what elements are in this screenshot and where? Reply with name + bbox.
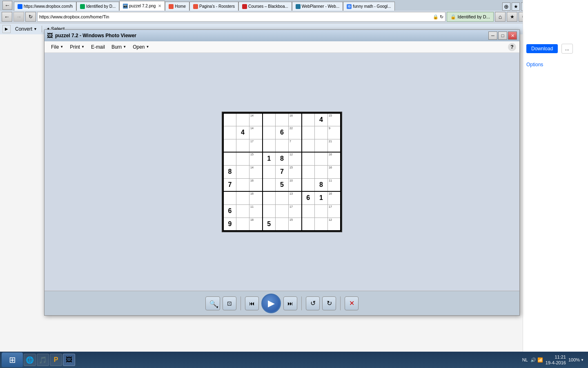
homepage-btn[interactable]: ⌂	[495, 12, 506, 22]
cage-number-r1c8: 9	[329, 127, 330, 130]
more-button[interactable]: ...	[561, 44, 573, 54]
taskbar-wmp[interactable]: 🎵	[37, 354, 49, 366]
cell-value-r3c4: 8	[280, 155, 284, 162]
pv-minimize-btn[interactable]: ─	[488, 31, 497, 40]
sudoku-cell-r4c8: 16	[328, 165, 341, 178]
tab-close-puzzel[interactable]: ✕	[158, 4, 161, 8]
sudoku-cell-r1c8: 9	[328, 126, 341, 139]
cell-value-r7c0: 6	[228, 207, 232, 214]
options-link[interactable]: Options	[526, 62, 585, 67]
sudoku-cell-r7c1	[236, 204, 249, 218]
back-button[interactable]: ←	[2, 1, 12, 10]
rotate-ccw-button[interactable]: ↺	[306, 296, 320, 310]
cell-value-r4c0: 8	[228, 168, 232, 175]
cage-number-r3c2: 15	[250, 153, 254, 156]
tab-puzzel[interactable]: 📷 puzzel 7.2.png ✕	[119, 1, 165, 11]
tab-roosters[interactable]: Pagina's - Roosters	[189, 2, 238, 11]
tab-label-home: Home	[175, 4, 186, 9]
cage-number-r8c8: 12	[329, 218, 332, 221]
tab-webplanner[interactable]: WebPlanner - Web...	[292, 2, 343, 11]
tray-lang: NL	[522, 357, 528, 362]
new-tab-button[interactable]: ⊕	[502, 2, 510, 11]
sudoku-cell-r0c7: 4	[315, 113, 328, 126]
open-label: Open	[133, 44, 145, 50]
address-text[interactable]: https://www.dropbox.com/home/Tin	[39, 14, 432, 19]
sudoku-cell-r4c2: 14	[249, 165, 263, 178]
sudoku-cell-r7c2: 11	[249, 204, 263, 218]
sudoku-cell-r6c2: 16	[249, 191, 263, 204]
back-btn[interactable]: ←	[2, 12, 12, 22]
tab-label-identified: Identified by D...	[86, 4, 116, 9]
prev-button[interactable]: ⏮	[245, 296, 259, 310]
tab-identified[interactable]: Identified by D...	[76, 2, 119, 11]
convert-button[interactable]: Convert ▼	[12, 25, 40, 33]
help-icon: ?	[510, 44, 513, 50]
separator-1	[241, 296, 241, 310]
pv-menu-open[interactable]: Open ▼	[129, 43, 152, 51]
sudoku-cell-r2c8: 21	[328, 139, 341, 152]
tab-label-puzzel: puzzel 7.2.png	[129, 4, 156, 8]
sudoku-cell-r0c8: 15	[328, 113, 341, 126]
taskbar-ppt[interactable]: P	[50, 354, 62, 366]
cage-number-r0c5: 16	[290, 114, 293, 117]
tab-dropbox[interactable]: https://www.dropbox.com/home/Tin	[14, 2, 76, 11]
forward-btn[interactable]: →	[13, 12, 24, 22]
tab-label-roosters: Pagina's - Roosters	[199, 4, 235, 9]
cage-number-r1c5: 22	[290, 127, 293, 130]
zoom-button[interactable]: 🔍 ▼	[205, 296, 220, 310]
sudoku-cell-r8c7	[315, 218, 328, 231]
sudoku-cell-r0c2: 14	[249, 113, 263, 126]
pv-menu-file[interactable]: File ▼	[48, 43, 67, 51]
bookmark-button[interactable]: ★	[512, 2, 520, 11]
sudoku-cell-r5c0: 7	[223, 178, 236, 191]
cell-value-r0c7: 4	[319, 116, 323, 123]
taskbar-photo[interactable]: 🖼	[63, 354, 75, 366]
sudoku-cell-r2c1	[236, 139, 249, 152]
pv-menu-email[interactable]: E-mail	[88, 43, 108, 51]
next-button[interactable]: ⏭	[283, 296, 297, 310]
actual-size-button[interactable]: ⊡	[223, 296, 236, 310]
pv-help-button[interactable]: ?	[508, 43, 516, 51]
tab-icon-roosters	[193, 4, 198, 9]
sudoku-cell-r6c0	[223, 191, 236, 204]
tab-blackboard[interactable]: Courses – Blackboa...	[238, 2, 292, 11]
cell-value-r8c3: 5	[267, 220, 271, 227]
pv-menu-print[interactable]: Print ▼	[67, 43, 88, 51]
sudoku-cell-r7c4	[276, 204, 289, 218]
file-label: File	[51, 44, 59, 50]
pv-title-text: puzzel 7.2 - Windows Photo Viewer	[55, 33, 136, 38]
start-button[interactable]: ⊞	[2, 352, 23, 367]
open-arrow: ▼	[146, 45, 149, 49]
pv-close-btn[interactable]: ✕	[508, 31, 517, 40]
sudoku-cell-r2c4	[276, 139, 289, 152]
print-arrow: ▼	[81, 45, 85, 49]
tab-label-wp: WebPlanner - Web...	[302, 4, 339, 9]
rotate-cw-button[interactable]: ↻	[322, 296, 336, 310]
cell-value-r6c6: 6	[306, 194, 310, 201]
tab-icon-identified	[80, 4, 85, 9]
sudoku-cell-r4c6	[302, 165, 315, 178]
taskbar-ie[interactable]: 🌐	[24, 354, 36, 366]
puzzle-image: 1416415414622917721151812168147151671651…	[222, 112, 342, 232]
download-button[interactable]: Download	[526, 44, 558, 53]
clock-date: 19-4-2016	[546, 360, 566, 366]
sudoku-cell-r1c1: 4	[236, 126, 249, 139]
burn-arrow: ▼	[123, 45, 126, 49]
security-badge[interactable]: 🔒 Identified by D...	[447, 12, 494, 22]
refresh-inline-icon[interactable]: ↻	[440, 14, 443, 20]
pv-maximize-btn[interactable]: □	[498, 31, 507, 40]
sudoku-cell-r2c2: 17	[249, 139, 263, 152]
tab-google[interactable]: G funny math - Googl...	[343, 2, 394, 11]
delete-button[interactable]: ✕	[345, 296, 359, 310]
sudoku-cell-r0c5: 16	[289, 113, 302, 126]
zoom-arrow: ▼	[581, 358, 584, 362]
tab-home[interactable]: Home	[165, 2, 189, 11]
play-button[interactable]: ▶	[261, 294, 281, 313]
sudoku-cell-r5c5: 10	[289, 178, 302, 191]
refresh-btn[interactable]: ↻	[25, 12, 36, 22]
pv-menu-burn[interactable]: Burn ▼	[108, 43, 129, 51]
star-btn[interactable]: ★	[507, 12, 517, 22]
sudoku-cell-r8c1	[236, 218, 249, 231]
sudoku-cell-r7c0: 6	[223, 204, 236, 218]
cell-value-r4c4: 7	[280, 168, 284, 175]
